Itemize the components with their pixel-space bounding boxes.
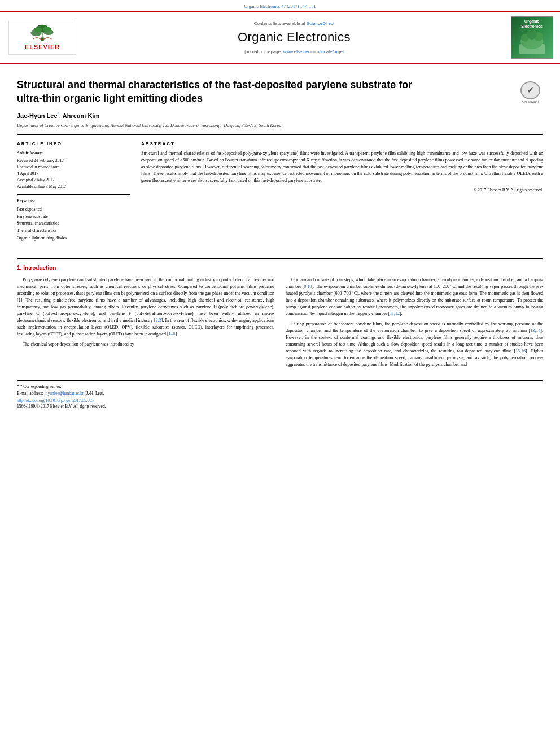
elsevier-logo-box: ELSEVIER xyxy=(8,21,76,55)
footnote-area: * * Corresponding author. E-mail address… xyxy=(17,380,543,410)
journal-logo-image xyxy=(514,29,550,56)
keyword-4: Thermal characteristics xyxy=(17,228,130,235)
article-title-section: Structural and thermal characteristics o… xyxy=(17,70,543,111)
article-info-header: ARTICLE INFO xyxy=(17,141,130,147)
crossmark-label: CrossMark xyxy=(522,99,539,104)
journal-title-header: Organic Electronics xyxy=(238,29,351,46)
article-title: Structural and thermal characteristics o… xyxy=(17,78,440,105)
crossmark-icon: ✓ xyxy=(520,81,540,99)
journal-logo-box: Organic Electronics xyxy=(511,16,553,59)
keyword-3: Structural characteristics xyxy=(17,220,130,228)
page: Organic Electronics 47 (2017) 147–151 xyxy=(0,0,560,747)
author1-name: Jae-Hyun Lee xyxy=(17,112,58,119)
journal-logo-title: Organic Electronics xyxy=(521,19,542,29)
intro-para-3: Gorham and consists of four steps, which… xyxy=(286,277,543,317)
keywords-label: Keywords: xyxy=(17,198,130,204)
issn-line: 1566-1199/© 2017 Elsevier B.V. All right… xyxy=(17,404,543,410)
abstract-text: Structural and thermal characteristics o… xyxy=(141,150,543,184)
divider1 xyxy=(17,194,130,195)
elsevier-logo-area: ELSEVIER xyxy=(6,16,79,59)
right-column: ABSTRACT Structural and thermal characte… xyxy=(141,141,543,246)
intro-para-1: Poly-para-xylylene (parylene) and substi… xyxy=(17,277,274,338)
header-center: Contents lists available at ScienceDirec… xyxy=(85,16,504,59)
journal-citation: Organic Electronics 47 (2017) 147–151 xyxy=(244,4,316,9)
keyword-5: Organic light emitting diodes xyxy=(17,235,130,242)
received-date: Received 24 February 2017 xyxy=(17,158,130,164)
keyword-2: Parylene substrate xyxy=(17,213,130,221)
contents-line: Contents lists available at ScienceDirec… xyxy=(254,20,334,27)
history-label: Article history: xyxy=(17,150,130,156)
email-link[interactable]: jhyunlee@hanbat.ac.kr xyxy=(45,391,84,396)
svg-point-5 xyxy=(33,27,42,32)
section-number: 1. xyxy=(17,265,21,271)
sciencedirect-link[interactable]: ScienceDirect xyxy=(307,21,334,26)
accepted-date: Accepted 2 May 2017 xyxy=(17,177,130,184)
journal-logo-area: Organic Electronics xyxy=(509,16,554,59)
body-col-left: Poly-para-xylylene (parylene) and substi… xyxy=(17,277,274,372)
homepage-line: journal homepage: www.elsevier.com/locat… xyxy=(244,49,344,55)
abstract-header: ABSTRACT xyxy=(141,141,543,147)
homepage-url[interactable]: www.elsevier.com/locate/orgel xyxy=(283,49,344,54)
article-history: Article history: Received 24 February 20… xyxy=(17,150,130,190)
email-suffix: (J.-H. Lee). xyxy=(85,391,104,396)
copyright-line: © 2017 Elsevier B.V. All rights reserved… xyxy=(141,187,543,194)
footnote-corresponding: * * Corresponding author. xyxy=(17,384,543,390)
corresponding-label: * Corresponding author. xyxy=(20,384,62,389)
doi-line[interactable]: http://dx.doi.org/10.1016/j.orgel.2017.0… xyxy=(17,398,543,404)
keyword-1: Fast-deposited xyxy=(17,206,130,213)
author2-name: Ahreum Kim xyxy=(63,112,99,119)
body-columns: Poly-para-xylylene (parylene) and substi… xyxy=(17,277,543,372)
svg-point-6 xyxy=(43,27,51,32)
elsevier-tree-icon xyxy=(23,24,62,42)
email-label: E-mail address: xyxy=(17,391,43,396)
header-banner: ELSEVIER Contents lists available at Sci… xyxy=(0,11,560,64)
affiliation: Department of Creative Convergence Engin… xyxy=(17,123,543,129)
keywords-list: Fast-deposited Parylene substrate Struct… xyxy=(17,206,130,242)
article-info-abstract: ARTICLE INFO Article history: Received 2… xyxy=(17,134,543,246)
revised-date: 4 April 2017 xyxy=(17,171,130,177)
section-title-text: Introduction xyxy=(23,265,56,271)
available-date: Available online 3 May 2017 xyxy=(17,184,130,190)
main-content: Structural and thermal characteristics o… xyxy=(0,64,560,421)
intro-para-4: During preparation of transparent paryle… xyxy=(286,321,543,368)
body-col-right: Gorham and consists of four steps, which… xyxy=(286,277,543,372)
keywords-section: Keywords: Fast-deposited Parylene substr… xyxy=(17,198,130,242)
authors-line: Jae-Hyun Lee*, Ahreum Kim xyxy=(17,111,543,120)
crossmark-badge: ✓ CrossMark xyxy=(518,81,543,104)
footnote-email: E-mail address: jhyunlee@hanbat.ac.kr (J… xyxy=(17,391,543,397)
left-column: ARTICLE INFO Article history: Received 2… xyxy=(17,141,130,246)
section-title: 1. Introduction xyxy=(17,264,543,272)
revised-label: Received in revised form xyxy=(17,164,130,171)
elsevier-label: ELSEVIER xyxy=(25,43,60,51)
journal-citation-bar: Organic Electronics 47 (2017) 147–151 xyxy=(0,0,560,11)
intro-para-2: The chemical vapor deposition of parylen… xyxy=(17,341,274,348)
introduction-section: 1. Introduction Poly-para-xylylene (pary… xyxy=(17,258,543,372)
